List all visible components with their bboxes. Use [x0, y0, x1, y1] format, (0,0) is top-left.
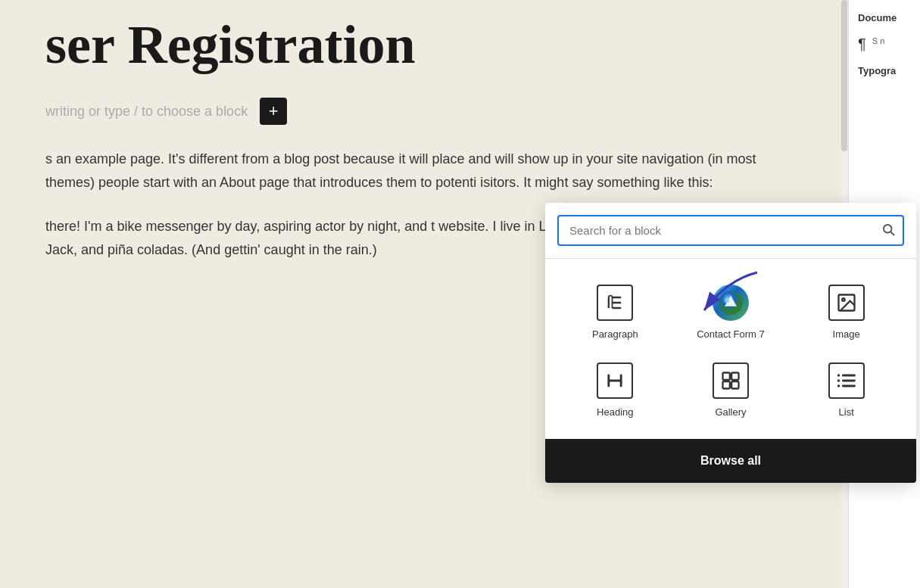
add-block-button[interactable]: + [260, 98, 287, 125]
search-icon [881, 222, 895, 239]
sidebar-typography-label: Typogra [858, 65, 911, 76]
svg-rect-7 [722, 373, 729, 380]
image-block-label: Image [833, 328, 860, 340]
block-item-contact-form-7[interactable]: Contact Form 7 [673, 271, 789, 349]
paragraph-icon: ¶ [858, 36, 866, 53]
search-wrapper [557, 215, 904, 246]
list-block-icon [828, 362, 865, 399]
paragraph-block-label: Paragraph [592, 328, 638, 340]
image-block-icon [828, 285, 865, 321]
paragraph-desc: S n [872, 36, 885, 47]
block-item-heading[interactable]: Heading [557, 349, 673, 427]
heading-block-icon [597, 362, 633, 399]
page-title: ser Registration [45, 15, 803, 75]
sidebar-document-title: Docume [858, 12, 911, 23]
browse-all-button[interactable]: Browse all [545, 439, 916, 483]
placeholder-text: writing or type / to choose a block [45, 104, 248, 120]
gallery-block-label: Gallery [715, 406, 746, 418]
svg-point-4 [725, 298, 729, 303]
svg-point-6 [842, 298, 845, 301]
block-item-image[interactable]: Image [788, 271, 904, 349]
scrollbar-thumb[interactable] [841, 0, 847, 151]
svg-rect-10 [731, 381, 738, 388]
block-item-paragraph[interactable]: Paragraph [557, 271, 673, 349]
gallery-block-icon [713, 362, 749, 399]
contact-form-7-block-icon [713, 285, 749, 321]
list-block-label: List [839, 406, 854, 418]
svg-rect-8 [731, 373, 738, 380]
body-text-1: s an example page. It's different from a… [45, 148, 803, 194]
block-item-list[interactable]: List [788, 349, 904, 427]
block-search-input[interactable] [557, 215, 904, 246]
block-inserter-popup: Paragraph [545, 203, 916, 483]
svg-line-1 [890, 232, 893, 235]
svg-rect-9 [722, 381, 729, 388]
search-area [545, 203, 916, 259]
heading-block-label: Heading [597, 406, 633, 418]
block-placeholder: writing or type / to choose a block + [45, 98, 803, 125]
paragraph-block-icon [597, 285, 633, 321]
blocks-grid: Paragraph [545, 259, 916, 439]
sidebar-paragraph-section: ¶ S n [858, 36, 911, 53]
block-item-gallery[interactable]: Gallery [673, 349, 789, 427]
contact-form-7-block-label: Contact Form 7 [697, 328, 765, 340]
